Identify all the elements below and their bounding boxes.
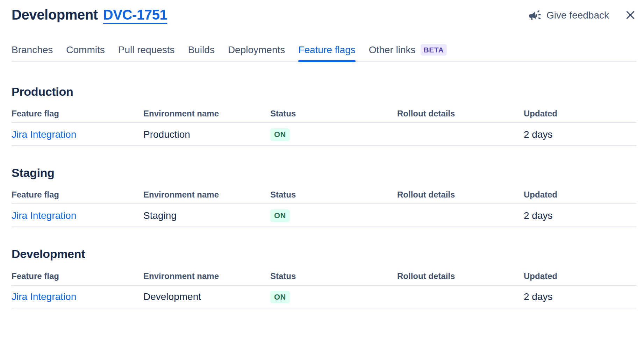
rollout-details-cell	[397, 292, 524, 301]
column-header-updated: Updated	[524, 267, 636, 285]
dev-panel-tabs: Branches Commits Pull requests Builds De…	[12, 44, 636, 62]
tab-feature-flags[interactable]: Feature flags	[298, 44, 355, 61]
environment-name-cell: Production	[143, 123, 270, 145]
column-header-updated: Updated	[524, 104, 636, 122]
updated-cell: 2 days	[524, 286, 636, 307]
section-development: Development Feature flag Environment nam…	[12, 247, 636, 308]
give-feedback-label: Give feedback	[546, 10, 609, 21]
tab-deployments[interactable]: Deployments	[228, 44, 285, 61]
updated-cell: 2 days	[524, 205, 636, 226]
column-header-feature-flag: Feature flag	[12, 267, 143, 285]
column-header-feature-flag: Feature flag	[12, 185, 143, 203]
column-header-updated: Updated	[524, 185, 636, 203]
issue-key-link[interactable]: DVC-1751	[103, 7, 167, 24]
column-header-environment-name: Environment name	[143, 185, 270, 203]
section-production: Production Feature flag Environment name…	[12, 85, 636, 146]
feature-flag-table-staging: Feature flag Environment name Status Rol…	[12, 185, 636, 227]
table-header-row: Feature flag Environment name Status Rol…	[12, 267, 636, 286]
column-header-environment-name: Environment name	[143, 267, 270, 285]
tab-commits[interactable]: Commits	[66, 44, 105, 61]
column-header-status: Status	[270, 267, 397, 285]
column-header-rollout-details: Rollout details	[397, 185, 524, 203]
feature-flags-content: Production Feature flag Environment name…	[12, 62, 636, 308]
megaphone-icon	[527, 7, 543, 23]
section-staging: Staging Feature flag Environment name St…	[12, 166, 636, 227]
feature-flag-link[interactable]: Jira Integration	[12, 291, 76, 302]
column-header-status: Status	[270, 104, 397, 122]
tab-pull-requests[interactable]: Pull requests	[118, 44, 175, 61]
rollout-details-cell	[397, 129, 524, 139]
feature-flag-table-production: Feature flag Environment name Status Rol…	[12, 104, 636, 146]
development-dialog: Development DVC-1751 Give feedback	[0, 0, 644, 308]
tab-builds[interactable]: Builds	[188, 44, 215, 61]
status-badge: ON	[270, 209, 290, 222]
tab-other-links[interactable]: Other links BETA	[369, 44, 447, 61]
close-button[interactable]	[624, 9, 636, 22]
environment-name-cell: Development	[143, 286, 270, 307]
header-actions: Give feedback	[528, 8, 636, 22]
page-title: Development DVC-1751	[12, 7, 167, 24]
table-row: Jira Integration Production ON 2 days	[12, 123, 636, 146]
feature-flag-link[interactable]: Jira Integration	[12, 210, 76, 221]
column-header-feature-flag: Feature flag	[12, 104, 143, 122]
status-badge: ON	[270, 128, 290, 141]
page-title-text: Development	[12, 7, 98, 22]
section-heading-production: Production	[12, 85, 636, 99]
table-header-row: Feature flag Environment name Status Rol…	[12, 185, 636, 204]
section-heading-development: Development	[12, 247, 636, 261]
table-row: Jira Integration Staging ON 2 days	[12, 204, 636, 227]
column-header-rollout-details: Rollout details	[397, 267, 524, 285]
tab-other-links-label: Other links	[369, 44, 416, 56]
column-header-status: Status	[270, 185, 397, 203]
feature-flag-table-development: Feature flag Environment name Status Rol…	[12, 267, 636, 308]
section-heading-staging: Staging	[12, 166, 636, 180]
rollout-details-cell	[397, 210, 524, 220]
table-header-row: Feature flag Environment name Status Rol…	[12, 104, 636, 123]
table-row: Jira Integration Development ON 2 days	[12, 286, 636, 308]
beta-badge: BETA	[421, 44, 447, 56]
tab-branches[interactable]: Branches	[12, 44, 53, 61]
column-header-rollout-details: Rollout details	[397, 104, 524, 122]
dialog-header: Development DVC-1751 Give feedback	[12, 0, 636, 24]
status-badge: ON	[270, 291, 290, 303]
updated-cell: 2 days	[524, 123, 636, 145]
feature-flag-link[interactable]: Jira Integration	[12, 129, 76, 140]
environment-name-cell: Staging	[143, 205, 270, 226]
column-header-environment-name: Environment name	[143, 104, 270, 122]
give-feedback-button[interactable]: Give feedback	[528, 8, 609, 22]
close-icon	[624, 9, 636, 22]
